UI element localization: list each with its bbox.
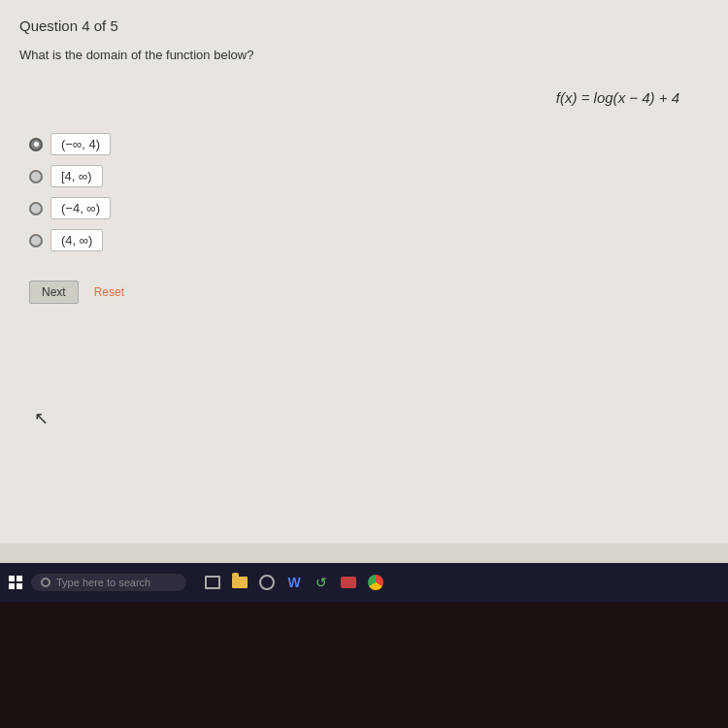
answer-options: (−∞, 4) [4, ∞) (−4, ∞) (4, ∞) (19, 133, 709, 251)
edge-icon (259, 575, 275, 590)
word-button[interactable]: W (283, 572, 305, 593)
option-label-3: (−4, ∞) (50, 197, 111, 219)
taskbar: Type here to search W ↺ (0, 563, 728, 602)
dark-bottom-area (0, 602, 728, 728)
option-4[interactable]: (4, ∞) (29, 229, 709, 251)
option-2[interactable]: [4, ∞) (29, 165, 709, 187)
refresh-icon: ↺ (315, 575, 327, 590)
radio-4[interactable] (29, 234, 43, 248)
file-explorer-icon (232, 577, 248, 588)
button-row: Next Reset (19, 281, 709, 304)
option-label-1: (−∞, 4) (50, 133, 111, 155)
refresh-button[interactable]: ↺ (311, 572, 332, 593)
next-button[interactable]: Next (29, 281, 79, 304)
question-text: What is the domain of the function below… (19, 48, 709, 62)
radio-1[interactable] (29, 138, 43, 151)
windows-icon (9, 576, 22, 589)
function-display: f(x) = log(x − 4) + 4 (19, 89, 709, 106)
chrome-button[interactable] (365, 572, 386, 593)
search-icon (41, 578, 50, 587)
option-label-4: (4, ∞) (50, 229, 103, 251)
option-3[interactable]: (−4, ∞) (29, 197, 709, 219)
taskbar-icons: W ↺ (202, 572, 386, 593)
start-button[interactable] (6, 573, 25, 592)
search-placeholder: Type here to search (56, 577, 150, 588)
task-view-icon (205, 576, 220, 589)
task-view-button[interactable] (202, 572, 223, 593)
option-label-2: [4, ∞) (50, 165, 103, 187)
edge-button[interactable] (256, 572, 278, 593)
option-1[interactable]: (−∞, 4) (29, 133, 709, 155)
reset-button[interactable]: Reset (92, 281, 126, 304)
app-red-icon (341, 577, 356, 588)
word-icon: W (287, 575, 300, 590)
file-explorer-button[interactable] (229, 572, 250, 593)
cursor-icon: ↖ (34, 408, 49, 429)
search-area[interactable]: Type here to search (31, 574, 186, 591)
radio-2[interactable] (29, 170, 43, 183)
app-red-button[interactable] (338, 572, 359, 593)
chrome-icon (368, 575, 383, 590)
question-header: Question 4 of 5 (19, 17, 709, 34)
radio-3[interactable] (29, 202, 43, 215)
